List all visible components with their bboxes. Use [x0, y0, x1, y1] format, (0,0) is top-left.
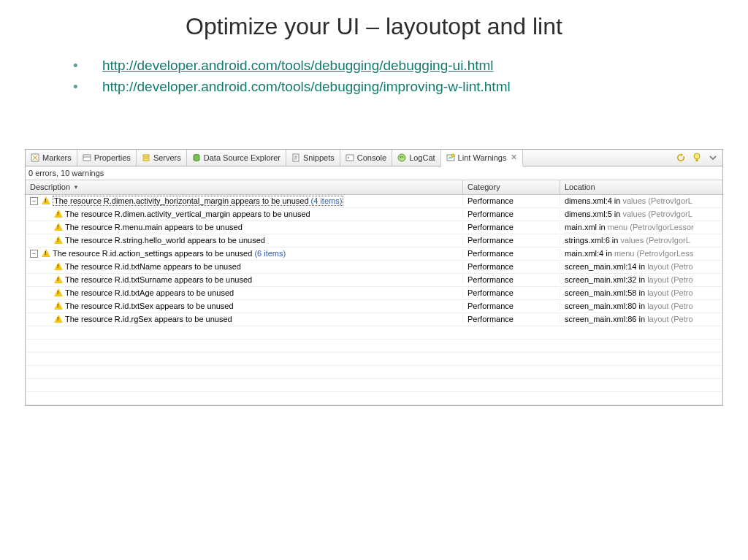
column-category[interactable]: Category [463, 180, 560, 194]
warning-icon [54, 236, 63, 245]
warning-icon [54, 302, 63, 310]
tab-label: Markers [42, 153, 72, 162]
menu-chevron-icon[interactable] [708, 153, 718, 163]
row-description: The resource R.id.txtSurname appears to … [65, 275, 252, 284]
properties-icon [83, 153, 91, 162]
row-description: The resource R.id.rgSex appears to be un… [65, 315, 232, 323]
tab-data-source-explorer[interactable]: Data Source Explorer [187, 150, 286, 166]
svg-rect-3 [143, 155, 149, 157]
table-row[interactable]: The resource R.string.hello_world appear… [26, 234, 722, 248]
svg-rect-4 [143, 158, 149, 161]
warning-icon [54, 262, 63, 271]
tab-label: Servers [153, 153, 181, 162]
row-location: screen_main.xml:32 in layout (Petro [560, 275, 722, 284]
table-row-empty [26, 340, 722, 353]
tab-servers[interactable]: Servers [137, 150, 187, 166]
eclipse-lint-panel: MarkersPropertiesServersData Source Expl… [25, 149, 723, 406]
table-row[interactable]: −The resource R.dimen.activity_horizonta… [26, 195, 722, 208]
row-category: Performance [462, 262, 560, 271]
svg-point-12 [451, 154, 454, 157]
view-tabbar: MarkersPropertiesServersData Source Expl… [26, 150, 722, 166]
svg-rect-14 [696, 159, 698, 161]
servers-icon [142, 153, 150, 162]
table-row[interactable]: The resource R.id.txtSurname appears to … [26, 274, 722, 287]
row-location: screen_main.xml:58 in layout (Petro [560, 288, 722, 297]
row-description: The resource R.menu.main appears to be u… [65, 223, 243, 231]
row-description: The resource R.string.hello_world appear… [65, 236, 265, 245]
row-location: screen_main.xml:80 in layout (Petro [560, 302, 722, 310]
tab-lint-warnings[interactable]: Lint Warnings✕ [441, 150, 524, 166]
lightbulb-icon[interactable] [692, 153, 702, 163]
table-header: Description ▼ Category Location [26, 180, 722, 195]
row-category: Performance [462, 275, 560, 284]
svg-rect-1 [83, 155, 91, 161]
table-row[interactable]: The resource R.id.rgSex appears to be un… [26, 313, 722, 326]
svg-point-8 [398, 154, 405, 161]
svg-point-9 [400, 156, 402, 158]
row-description: The resource R.id.action_settings appear… [53, 249, 286, 258]
row-category: Performance [462, 223, 560, 231]
row-description: The resource R.id.txtName appears to be … [65, 262, 241, 271]
column-description[interactable]: Description ▼ [26, 180, 463, 194]
tree-collapse-icon[interactable]: − [30, 197, 38, 205]
tab-label: Properties [94, 153, 131, 162]
row-location: screen_main.xml:14 in layout (Petro [560, 262, 722, 271]
row-category: Performance [462, 249, 560, 258]
warning-icon [54, 275, 63, 284]
close-icon[interactable]: ✕ [511, 153, 517, 162]
refresh-icon[interactable] [676, 153, 686, 163]
table-row[interactable]: The resource R.id.txtSex appears to be u… [26, 300, 722, 313]
tab-label: Console [357, 153, 386, 162]
sort-arrow-icon: ▼ [73, 184, 79, 191]
tab-label: Snippets [303, 153, 335, 162]
tree-collapse-icon[interactable]: − [30, 250, 38, 258]
warning-icon [42, 249, 50, 258]
table-row-empty [26, 379, 722, 392]
row-location: main.xml in menu (PetrovIgorLessor [560, 223, 722, 231]
warning-icon [54, 223, 63, 231]
datasource-icon [192, 153, 201, 162]
tab-markers[interactable]: Markers [26, 150, 77, 166]
tab-properties[interactable]: Properties [77, 150, 137, 166]
bullet-link[interactable]: http://developer.android.com/tools/debug… [102, 58, 494, 73]
markers-icon [31, 153, 39, 162]
tab-label: Data Source Explorer [204, 153, 280, 162]
tab-label: LogCat [409, 153, 435, 162]
item-count-link[interactable]: (6 items) [252, 249, 286, 258]
tab-label: Lint Warnings [458, 153, 507, 162]
snippets-icon [291, 153, 300, 162]
svg-point-10 [402, 156, 404, 158]
table-row-empty [26, 353, 722, 366]
tab-console[interactable]: Console [340, 150, 392, 166]
table-row[interactable]: The resource R.id.txtAge appears to be u… [26, 287, 722, 300]
table-row-empty [26, 326, 722, 340]
table-row-empty [26, 392, 722, 405]
warning-icon [54, 288, 63, 297]
row-category: Performance [462, 210, 560, 218]
tab-snippets[interactable]: Snippets [286, 150, 340, 166]
row-location: dimens.xml:5 in values (PetrovIgorL [560, 210, 722, 218]
status-line: 0 errors, 10 warnings [26, 166, 722, 180]
row-location: strings.xml:6 in values (PetrovIgorL [560, 236, 722, 245]
table-row[interactable]: The resource R.menu.main appears to be u… [26, 221, 722, 234]
table-row[interactable]: −The resource R.id.action_settings appea… [26, 248, 722, 261]
warning-icon [54, 315, 63, 323]
table-row[interactable]: The resource R.id.txtName appears to be … [26, 261, 722, 274]
row-category: Performance [462, 196, 560, 205]
row-category: Performance [462, 302, 560, 310]
row-location: main.xml:4 in menu (PetrovIgorLess [560, 249, 722, 258]
lint-icon [446, 153, 455, 162]
row-description: The resource R.dimen.activity_horizontal… [53, 196, 343, 206]
row-description: The resource R.id.txtSex appears to be u… [65, 302, 234, 310]
slide-title: Optimize your UI – layoutopt and lint [0, 13, 748, 40]
tab-logcat[interactable]: LogCat [392, 150, 440, 166]
row-category: Performance [462, 288, 560, 297]
table-row[interactable]: The resource R.dimen.activity_vertical_m… [26, 208, 722, 221]
item-count-link[interactable]: (4 items) [309, 196, 343, 205]
column-location[interactable]: Location [560, 180, 722, 194]
logcat-icon [397, 153, 406, 162]
column-description-label: Description [30, 183, 70, 191]
tabbar-tools [676, 150, 722, 166]
bullet-list: http://developer.android.com/tools/debug… [0, 55, 748, 98]
row-location: screen_main.xml:86 in layout (Petro [560, 315, 722, 323]
